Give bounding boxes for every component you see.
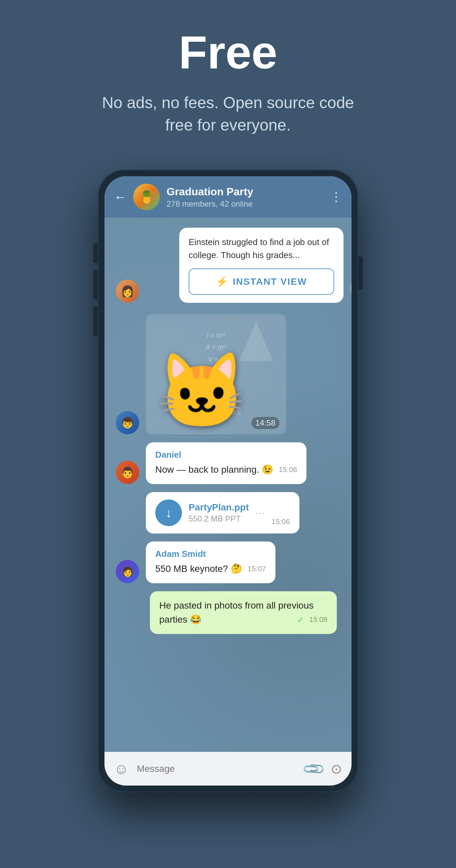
input-bar: ☺ 📎 ⊙ [104,752,352,785]
file-time: 15:06 [271,518,290,526]
group-meta: 278 members, 42 online [166,199,324,209]
chat-header: ← 🍍 Graduation Party 278 members, 42 onl… [104,176,352,218]
file-meta: 550.2 MB PPT [189,514,249,524]
sticker-sender-avatar: 👦 [116,411,139,434]
power-button [358,256,363,290]
attach-button[interactable]: 📎 [301,756,327,782]
instant-view-button[interactable]: ⚡ INSTANT VIEW [189,269,334,295]
group-name[interactable]: Graduation Party [166,186,324,198]
adam-bubble: Adam Smidt 550 MB keynote? 🤔 15:07 [146,541,275,583]
female-avatar: 👩 [116,279,139,303]
daniel-bubble: Daniel Now — back to planning. 😉 15:06 [146,442,306,484]
sticker-container: l = πr² A = πr² V = l³ P = 2πr A = πr² s… [146,314,286,434]
phone-screen: ← 🍍 Graduation Party 278 members, 42 onl… [104,176,352,785]
daniel-sender-name: Daniel [155,450,297,460]
daniel-avatar-img: 👨 [116,461,139,484]
adam-time: 15:07 [248,564,266,573]
adam-message: Adam Smidt 550 MB keynote? 🤔 15:07 🧑 [146,541,275,583]
instant-view-bubble: Einstein struggled to find a job out of … [179,228,343,303]
hero-title: Free [13,27,443,78]
adam-avatar: 🧑 [116,560,139,583]
own-message: He pasted in photos from all previous pa… [150,591,337,634]
instant-view-message: Einstein struggled to find a job out of … [146,228,343,303]
adam-text: 550 MB keynote? 🤔 [155,563,242,574]
daniel-message: Daniel Now — back to planning. 😉 15:06 👨 [146,442,306,484]
sticker-message: l = πr² A = πr² V = l³ P = 2πr A = πr² s… [146,314,286,434]
adam-sender-name: Adam Smidt [155,549,266,559]
download-arrow-icon: ↓ [165,506,172,520]
daniel-time: 15:06 [279,465,297,474]
mute-button [93,243,98,263]
daniel-text: Now — back to planning. 😉 [155,464,273,475]
bolt-icon: ⚡ [216,276,228,287]
phone-mockup: ← 🍍 Graduation Party 278 members, 42 onl… [98,169,358,792]
volume-down-button [93,307,98,337]
hero-section: Free No ads, no fees. Open source code f… [0,0,456,156]
file-info: PartyPlan.ppt 550.2 MB PPT [189,502,249,524]
sender-avatar-iv: 👩 [116,279,139,303]
iv-button-label: INSTANT VIEW [233,276,307,287]
share-button[interactable]: ↗ [350,276,352,300]
male-young-avatar: 👦 [116,411,139,434]
own-text: He pasted in photos from all previous pa… [159,600,313,625]
math-line-1: l = πr² [207,329,225,341]
cat-sticker: 🐱 [156,354,248,428]
file-name: PartyPlan.ppt [189,502,249,513]
chat-area: Einstein struggled to find a job out of … [104,218,352,752]
group-info: Graduation Party 278 members, 42 online [166,186,324,209]
group-avatar: 🍍 [133,184,160,210]
file-more-options[interactable]: ⋯ [255,507,265,519]
group-avatar-emoji: 🍍 [139,190,154,204]
back-button[interactable]: ← [114,191,126,203]
own-time: 15:08 [309,615,328,624]
hero-subtitle: No ads, no fees. Open source code free f… [94,91,362,136]
volume-up-button [93,270,98,300]
file-bubble: ↓ PartyPlan.ppt 550.2 MB PPT ⋯ 15:06 [146,492,299,533]
camera-button[interactable]: ⊙ [331,761,342,777]
file-message: ↓ PartyPlan.ppt 550.2 MB PPT ⋯ 15:06 [146,492,299,533]
read-checkmark-icon: ✓ [297,615,304,625]
cone-shape [239,321,273,361]
message-input[interactable] [137,764,297,774]
daniel-avatar: 👨 [116,461,139,484]
emoji-button[interactable]: ☺ [114,761,129,777]
sticker-time: 14:58 [251,417,279,429]
phone-outer-frame: ← 🍍 Graduation Party 278 members, 42 onl… [98,169,358,792]
iv-text: Einstein struggled to find a job out of … [189,236,334,262]
more-options-button[interactable]: ⋮ [330,190,342,204]
adam-avatar-img: 🧑 [116,560,139,583]
own-bubble: He pasted in photos from all previous pa… [150,591,337,634]
file-download-button[interactable]: ↓ [155,499,182,526]
